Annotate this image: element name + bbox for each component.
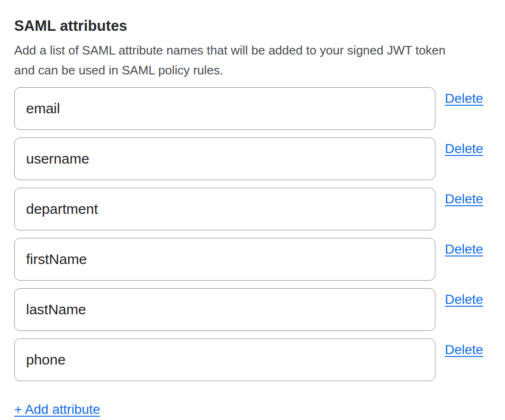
delete-attribute-link[interactable]: Delete <box>445 342 483 358</box>
attribute-name-input[interactable] <box>14 188 435 230</box>
attribute-name-input[interactable] <box>14 87 435 130</box>
attribute-name-input[interactable] <box>14 338 435 381</box>
attribute-row: Delete <box>14 188 491 230</box>
attribute-row: Delete <box>14 238 491 281</box>
delete-attribute-link[interactable]: Delete <box>445 241 483 257</box>
attribute-name-input[interactable] <box>14 288 435 331</box>
attribute-list: Delete Delete Delete Delete Delete Delet… <box>14 87 491 381</box>
section-title: SAML attributes <box>14 17 491 35</box>
delete-attribute-link[interactable]: Delete <box>445 141 483 157</box>
saml-attributes-section: SAML attributes Add a list of SAML attri… <box>0 0 505 418</box>
description-line-2: and can be used in SAML policy rules. <box>14 60 491 80</box>
attribute-row: Delete <box>14 87 491 130</box>
attribute-row: Delete <box>14 288 491 331</box>
attribute-row: Delete <box>14 338 491 381</box>
attribute-name-input[interactable] <box>14 137 435 180</box>
section-description: Add a list of SAML attribute names that … <box>14 40 491 80</box>
attribute-name-input[interactable] <box>14 238 435 281</box>
attribute-row: Delete <box>14 137 491 180</box>
description-line-1: Add a list of SAML attribute names that … <box>14 40 491 60</box>
add-attribute-link[interactable]: + Add attribute <box>14 402 100 418</box>
delete-attribute-link[interactable]: Delete <box>445 292 483 308</box>
delete-attribute-link[interactable]: Delete <box>445 191 483 207</box>
delete-attribute-link[interactable]: Delete <box>445 91 483 107</box>
